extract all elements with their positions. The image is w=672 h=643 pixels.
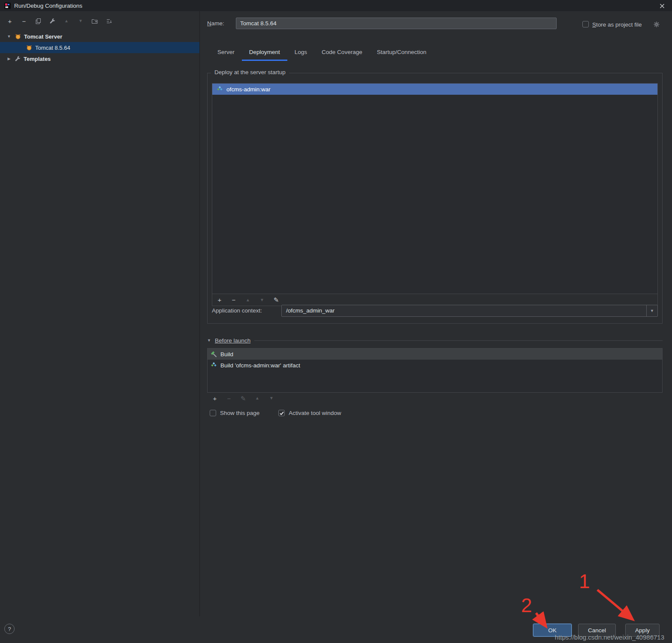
settings-tabs: Server Deployment Logs Code Coverage Sta… bbox=[210, 45, 434, 61]
before-launch-separator: ▼ Before launch bbox=[207, 335, 663, 346]
store-as-project-file-checkbox[interactable] bbox=[582, 21, 589, 27]
tomcat-icon bbox=[26, 45, 33, 51]
annotation-step-1: 1 bbox=[579, 570, 590, 592]
help-button[interactable]: ? bbox=[4, 624, 15, 634]
separator-line bbox=[254, 340, 663, 341]
add-artifact-button[interactable]: + bbox=[216, 296, 223, 304]
remove-configuration-button[interactable]: − bbox=[20, 17, 28, 25]
activate-tool-window-checkbox[interactable] bbox=[278, 410, 285, 416]
sort-configurations-icon[interactable] bbox=[105, 17, 113, 25]
collapse-arrow-icon[interactable]: ▼ bbox=[207, 338, 211, 343]
edit-defaults-wrench-icon[interactable] bbox=[48, 17, 56, 25]
annotation-step-2: 2 bbox=[521, 594, 532, 616]
move-artifact-up-icon[interactable]: ▲ bbox=[244, 296, 252, 304]
add-configuration-button[interactable]: + bbox=[6, 17, 14, 25]
dialog-titlebar: Run/Debug Configurations bbox=[0, 0, 672, 11]
name-label: Name: bbox=[207, 20, 224, 27]
move-up-icon[interactable]: ▲ bbox=[63, 17, 70, 25]
configurations-tree: ▼ Tomcat Server Tomcat 8.5.64 ▶ Template… bbox=[0, 31, 199, 64]
tab-code-coverage[interactable]: Code Coverage bbox=[314, 45, 370, 61]
show-this-page-checkbox[interactable] bbox=[210, 410, 216, 416]
dialog-title: Run/Debug Configurations bbox=[14, 3, 82, 9]
add-task-button[interactable]: + bbox=[211, 394, 219, 402]
tree-node-label: Tomcat 8.5.64 bbox=[35, 45, 70, 51]
move-artifact-down-icon[interactable]: ▼ bbox=[258, 296, 266, 304]
store-as-project-file-label[interactable]: Store as project file bbox=[592, 21, 642, 28]
app-icon bbox=[4, 3, 11, 9]
new-folder-icon[interactable] bbox=[91, 17, 99, 25]
wrench-icon bbox=[15, 56, 21, 62]
before-launch-options: Show this page Activate tool window bbox=[210, 410, 341, 416]
tree-toolbar: + − ▲ ▼ bbox=[0, 11, 199, 29]
before-launch-item-label: Build bbox=[220, 351, 233, 358]
annotation-arrow-1 bbox=[597, 590, 632, 619]
tree-node-tomcat-8-5-64[interactable]: Tomcat 8.5.64 bbox=[0, 42, 199, 53]
name-input[interactable] bbox=[236, 18, 557, 29]
configurations-tree-panel: + − ▲ ▼ ▼ Tomcat Server Tomcat 8.5 bbox=[0, 11, 200, 616]
tomcat-icon bbox=[15, 33, 21, 39]
chevron-right-icon[interactable]: ▶ bbox=[6, 57, 12, 61]
chevron-down-icon[interactable]: ▼ bbox=[6, 34, 12, 39]
tab-deployment[interactable]: Deployment bbox=[242, 45, 287, 61]
before-launch-toolbar: + − ✎ ▲ ▼ bbox=[207, 394, 275, 402]
close-icon[interactable] bbox=[658, 2, 666, 10]
before-launch-item-label: Build 'ofcms-admin:war' artifact bbox=[220, 362, 300, 369]
application-context-label: Application context: bbox=[212, 305, 262, 317]
tree-node-label: Tomcat Server bbox=[24, 33, 62, 40]
before-launch-list: Build Build 'ofcms-admin:war' artifact bbox=[207, 348, 663, 393]
tab-startup-connection[interactable]: Startup/Connection bbox=[370, 45, 434, 61]
edit-task-pencil-icon[interactable]: ✎ bbox=[239, 394, 247, 402]
tab-server[interactable]: Server bbox=[210, 45, 242, 61]
before-launch-title[interactable]: Before launch bbox=[215, 337, 250, 344]
tree-node-tomcat-server[interactable]: ▼ Tomcat Server bbox=[0, 31, 199, 42]
move-down-icon[interactable]: ▼ bbox=[77, 17, 84, 25]
application-context-combobox[interactable]: /ofcms_admin_war ▼ bbox=[281, 305, 658, 317]
move-task-up-icon[interactable]: ▲ bbox=[253, 394, 261, 402]
deploy-list-toolbar: + − ▲ ▼ ✎ bbox=[212, 294, 658, 306]
combobox-dropdown-icon[interactable]: ▼ bbox=[646, 305, 657, 316]
tree-node-templates[interactable]: ▶ Templates bbox=[0, 53, 199, 64]
remove-task-button[interactable]: − bbox=[225, 394, 233, 402]
application-context-value: /ofcms_admin_war bbox=[286, 305, 334, 316]
tab-logs[interactable]: Logs bbox=[287, 45, 314, 61]
show-this-page-label[interactable]: Show this page bbox=[220, 410, 259, 416]
artifact-label: ofcms-admin:war bbox=[226, 86, 271, 93]
watermark-text: https://blog.csdn.net/weixin_40986713 bbox=[555, 634, 664, 641]
edit-artifact-pencil-icon[interactable]: ✎ bbox=[272, 296, 280, 304]
artifact-list-item[interactable]: ofcms-admin:war bbox=[212, 84, 657, 95]
artifact-icon bbox=[217, 86, 223, 93]
move-task-down-icon[interactable]: ▼ bbox=[268, 394, 275, 402]
deploy-artifacts-list: ofcms-admin:war bbox=[212, 83, 658, 294]
run-debug-configurations-dialog: { "titlebar": { "title": "Run/Debug Conf… bbox=[0, 0, 672, 643]
tree-node-label: Templates bbox=[24, 56, 51, 62]
deploy-group-title: Deploy at the server startup bbox=[211, 69, 289, 75]
copy-configuration-icon[interactable] bbox=[34, 17, 42, 25]
gear-icon[interactable] bbox=[654, 21, 660, 27]
activate-tool-window-label[interactable]: Activate tool window bbox=[289, 410, 341, 416]
deploy-groupbox: Deploy at the server startup ofcms-admin… bbox=[207, 73, 663, 324]
before-launch-item-build[interactable]: Build bbox=[208, 349, 662, 360]
hammer-icon bbox=[211, 351, 217, 358]
before-launch-item-build-artifact[interactable]: Build 'ofcms-admin:war' artifact bbox=[208, 360, 662, 371]
remove-artifact-button[interactable]: − bbox=[230, 296, 238, 304]
artifact-icon bbox=[211, 362, 217, 369]
